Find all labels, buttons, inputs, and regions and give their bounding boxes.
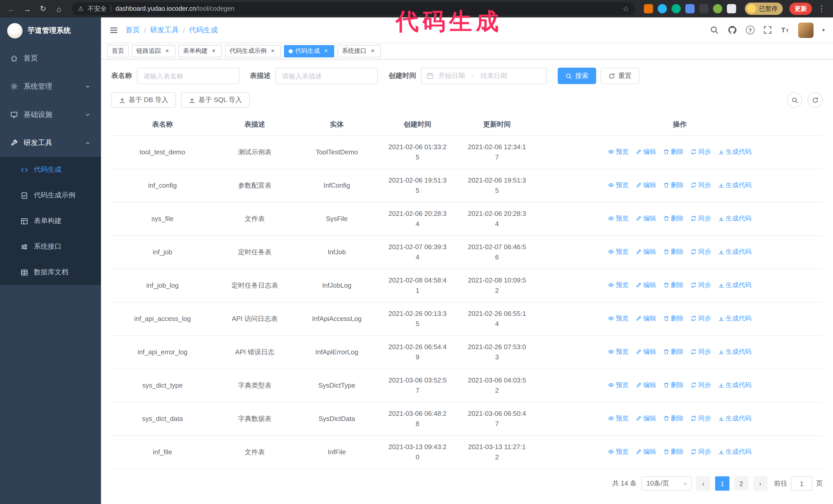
edit-link[interactable]: 编辑 — [636, 447, 656, 457]
close-icon[interactable]: × — [269, 47, 276, 55]
sync-link[interactable]: 同步 — [690, 346, 711, 357]
table-row[interactable]: sys_dict_type 字典类型表 SysDictType 2021-03-… — [111, 369, 823, 402]
sync-link[interactable]: 同步 — [690, 380, 711, 390]
import-db-button[interactable]: 基于 DB 导入 — [111, 92, 176, 108]
extension-icon-4[interactable] — [685, 4, 695, 13]
user-avatar[interactable] — [798, 22, 813, 38]
sync-link[interactable]: 同步 — [690, 147, 711, 157]
browser-reload-icon[interactable]: ↻ — [37, 3, 49, 15]
extension-icon-1[interactable] — [644, 4, 653, 13]
close-icon[interactable]: × — [323, 47, 330, 55]
help-icon[interactable]: ? — [746, 26, 755, 34]
next-page-button[interactable]: › — [753, 476, 767, 491]
prev-page-button[interactable]: ‹ — [696, 476, 711, 491]
page-size-select[interactable]: 10条/页 ▾ — [641, 476, 691, 491]
tab-home[interactable]: 首页 — [107, 45, 129, 57]
generate-code-link[interactable]: 生成代码 — [718, 380, 752, 390]
browser-home-icon[interactable]: ⌂ — [53, 3, 65, 15]
breadcrumb-home[interactable]: 首页 — [125, 25, 140, 34]
generate-code-link[interactable]: 生成代码 — [718, 413, 752, 424]
bookmark-star-icon[interactable]: ☆ — [623, 5, 629, 13]
profile-paused-badge[interactable]: 已暂停 — [745, 3, 783, 15]
generate-code-link[interactable]: 生成代码 — [718, 247, 752, 257]
sync-link[interactable]: 同步 — [690, 413, 711, 424]
sidebar-item-system-api[interactable]: 系统接口 — [0, 234, 101, 259]
sidebar-item-system[interactable]: 系统管理 — [0, 72, 101, 100]
preview-link[interactable]: 预览 — [608, 213, 629, 223]
breadcrumb-devtools[interactable]: 研发工具 — [150, 25, 179, 34]
insecure-label[interactable]: 不安全 — [88, 4, 107, 13]
edit-link[interactable]: 编辑 — [636, 313, 656, 323]
sidebar-toggle-icon[interactable] — [109, 25, 118, 34]
extension-icon-3[interactable] — [671, 4, 681, 13]
edit-link[interactable]: 编辑 — [636, 147, 656, 157]
sidebar-item-form-builder[interactable]: 表单构建 — [0, 208, 101, 234]
toggle-search-button[interactable] — [787, 92, 802, 108]
generate-code-link[interactable]: 生成代码 — [718, 213, 752, 223]
generate-code-link[interactable]: 生成代码 — [718, 346, 752, 357]
delete-link[interactable]: 删除 — [663, 180, 684, 190]
sync-link[interactable]: 同步 — [690, 180, 711, 190]
delete-link[interactable]: 删除 — [663, 280, 684, 290]
delete-link[interactable]: 删除 — [663, 413, 684, 424]
close-icon[interactable]: × — [369, 47, 376, 55]
delete-link[interactable]: 删除 — [663, 247, 684, 257]
delete-link[interactable]: 删除 — [663, 346, 684, 357]
tab-form-builder[interactable]: 表单构建 × — [178, 45, 222, 57]
tab-codegen[interactable]: 代码生成 × — [284, 45, 334, 57]
avatar-caret-icon[interactable]: ▾ — [822, 27, 825, 33]
table-desc-input[interactable] — [275, 68, 378, 84]
preview-link[interactable]: 预览 — [608, 247, 629, 257]
preview-link[interactable]: 预览 — [608, 147, 629, 157]
generate-code-link[interactable]: 生成代码 — [718, 447, 752, 457]
table-row[interactable]: tool_test_demo 测试示例表 ToolTestDemo 2021-0… — [111, 136, 823, 169]
sync-link[interactable]: 同步 — [690, 447, 711, 457]
edit-link[interactable]: 编辑 — [636, 280, 656, 290]
app-logo[interactable]: 芋道管理系统 — [0, 18, 101, 44]
import-sql-button[interactable]: 基于 SQL 导入 — [181, 92, 250, 108]
browser-forward-icon[interactable]: → — [21, 3, 33, 15]
delete-link[interactable]: 删除 — [663, 213, 684, 223]
table-row[interactable]: inf_job_log 定时任务日志表 InfJobLog 2021-02-08… — [111, 269, 823, 302]
page-button-1[interactable]: 1 — [715, 476, 730, 491]
preview-link[interactable]: 预览 — [608, 380, 629, 390]
search-button[interactable]: 搜索 — [558, 68, 596, 84]
sidebar-item-infrastructure[interactable]: 基础设施 — [0, 100, 101, 129]
generate-code-link[interactable]: 生成代码 — [718, 147, 752, 157]
delete-link[interactable]: 删除 — [663, 447, 684, 457]
generate-code-link[interactable]: 生成代码 — [718, 280, 752, 290]
table-row[interactable]: sys_file 文件表 SysFile 2021-02-06 20:28:34… — [111, 202, 823, 236]
refresh-table-button[interactable] — [807, 92, 823, 108]
preview-link[interactable]: 预览 — [608, 280, 629, 290]
edit-link[interactable]: 编辑 — [636, 180, 656, 190]
browser-menu-icon[interactable]: ⋮ — [815, 3, 828, 15]
sidebar-item-codegen-example[interactable]: 代码生成示例 — [0, 183, 101, 208]
fullscreen-icon[interactable] — [763, 26, 772, 34]
delete-link[interactable]: 删除 — [663, 313, 684, 323]
sync-link[interactable]: 同步 — [690, 213, 711, 223]
extension-icon-6[interactable] — [713, 4, 722, 13]
table-row[interactable]: inf_file 文件表 InfFile 2021-03-13 09:43:20… — [111, 436, 823, 469]
close-icon[interactable]: × — [210, 47, 217, 55]
edit-link[interactable]: 编辑 — [636, 247, 656, 257]
preview-link[interactable]: 预览 — [608, 180, 629, 190]
browser-update-button[interactable]: 更新 — [789, 3, 812, 15]
sync-link[interactable]: 同步 — [690, 280, 711, 290]
table-row[interactable]: inf_api_access_log API 访问日志表 InfApiAcces… — [111, 302, 823, 336]
reset-button[interactable]: 重置 — [601, 68, 639, 84]
delete-link[interactable]: 删除 — [663, 147, 684, 157]
edit-link[interactable]: 编辑 — [636, 213, 656, 223]
edit-link[interactable]: 编辑 — [636, 346, 656, 357]
generate-code-link[interactable]: 生成代码 — [718, 180, 752, 190]
font-size-icon[interactable] — [781, 26, 789, 34]
edit-link[interactable]: 编辑 — [636, 413, 656, 424]
goto-page-input[interactable] — [791, 476, 812, 491]
preview-link[interactable]: 预览 — [608, 447, 629, 457]
search-icon[interactable] — [710, 26, 719, 34]
close-icon[interactable]: × — [164, 47, 171, 55]
table-row[interactable]: inf_api_error_log API 错误日志 InfApiErrorLo… — [111, 336, 823, 369]
browser-back-icon[interactable]: ← — [5, 3, 18, 15]
delete-link[interactable]: 删除 — [663, 380, 684, 390]
page-button-2[interactable]: 2 — [734, 476, 748, 491]
table-name-input[interactable] — [137, 68, 239, 84]
